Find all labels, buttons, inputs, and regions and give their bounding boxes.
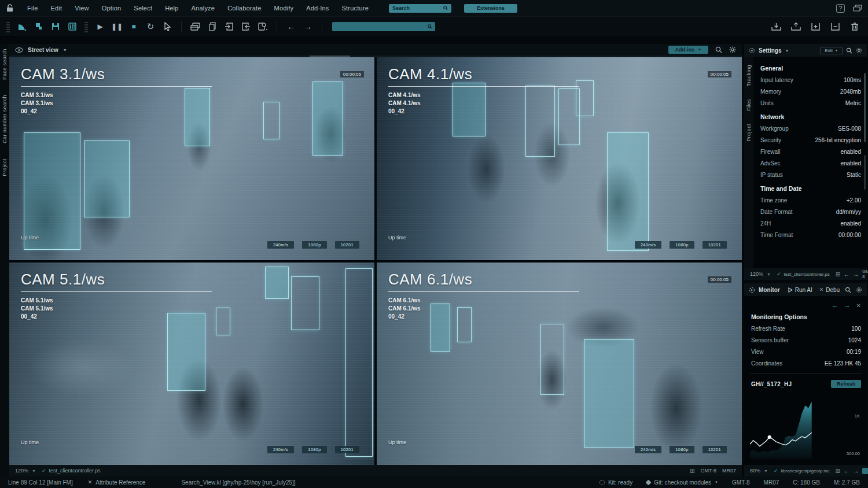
gear-icon[interactable] (856, 47, 862, 54)
active-file[interactable]: ✓ test_clientcontroller.ps (42, 468, 101, 474)
import-doc-icon[interactable] (223, 20, 236, 33)
tab-street-view[interactable]: Street view (28, 47, 58, 53)
monitor-row-sensors-buffer[interactable]: Sensors buffer1024 (750, 334, 862, 346)
export-doc-icon[interactable] (240, 20, 252, 33)
windows-icon[interactable] (853, 5, 862, 12)
menubar-search-input[interactable]: Search (389, 4, 451, 13)
settings-row-time-zone[interactable]: Time zone+2.00 (759, 194, 862, 206)
tracking-box[interactable] (540, 324, 564, 395)
monitor-row-coordinates[interactable]: CoordinatesEE 123 HK 45 (750, 357, 862, 369)
menu-item-add-ins[interactable]: Add-Ins (300, 5, 335, 12)
tracking-box[interactable] (584, 339, 634, 448)
chart-data-point[interactable] (768, 435, 771, 439)
forward-icon[interactable]: → (853, 468, 859, 474)
chevron-down-icon[interactable]: ▼ (63, 48, 67, 52)
tracking-box[interactable] (263, 102, 279, 139)
menu-item-analyze[interactable]: Analyze (185, 5, 222, 12)
save-icon[interactable] (49, 20, 62, 33)
attribute-reference[interactable]: ✕ Attribute Reference (88, 479, 146, 486)
history-doc-icon[interactable] (256, 20, 269, 33)
settings-row-units[interactable]: UnitsMetric (759, 97, 862, 109)
toolbar-grip[interactable] (84, 21, 88, 32)
menu-item-select[interactable]: Select (127, 5, 159, 12)
layers-tool-icon[interactable] (32, 20, 45, 33)
import-tray-icon[interactable] (770, 20, 782, 33)
action-chip[interactable] (862, 468, 868, 474)
chevron-down-icon[interactable]: ▼ (785, 49, 789, 53)
search-icon[interactable] (845, 287, 851, 293)
menu-item-modify[interactable]: Modify (268, 5, 300, 12)
close-icon[interactable]: ✕ (856, 302, 861, 309)
remove-frame-icon[interactable] (829, 20, 841, 33)
search-icon[interactable] (846, 47, 852, 54)
gear-icon[interactable] (856, 287, 862, 293)
menu-item-collaborate[interactable]: Collaborate (221, 5, 267, 12)
shape-tool-icon[interactable] (16, 20, 28, 33)
zoom-level[interactable]: 120%▼ (15, 468, 36, 474)
mixer-icon[interactable] (66, 20, 79, 33)
back-icon[interactable]: ← (832, 302, 838, 309)
back-icon[interactable]: ← (844, 468, 849, 474)
copy-pages-icon[interactable] (206, 20, 219, 33)
window-stack-icon[interactable] (189, 20, 202, 33)
transform-icon[interactable]: ↻ (144, 20, 157, 33)
tracking-box[interactable] (291, 276, 319, 330)
rail-project[interactable]: Project (2, 158, 8, 176)
pause-icon[interactable]: ❚❚ (111, 20, 123, 33)
toolbar-grip[interactable] (6, 21, 10, 32)
stop-icon[interactable]: ■ (127, 20, 140, 33)
play-icon[interactable]: ▶ (94, 20, 106, 33)
settings-row-input-latency[interactable]: Input latency100ms (759, 74, 862, 86)
settings-row-advsec[interactable]: AdvSecenabled (759, 157, 862, 169)
edit-button[interactable]: Edit▼ (820, 47, 843, 54)
zoom-level[interactable]: 120%▼ (750, 271, 771, 277)
tracking-box[interactable] (216, 308, 230, 335)
camera-feed-c5[interactable]: CAM 5.1/ws CAM 5.1/ws CAM 5.1/ws 00_42 U… (9, 263, 374, 465)
grid-icon[interactable]: ⊞ (690, 468, 694, 474)
camera-feed-c3[interactable]: CAM 3.1/ws CAM 3.1/ws CAM 3.1/ws 00_42 0… (9, 57, 374, 260)
zoom-level[interactable]: 80%▼ (750, 468, 768, 474)
camera-feed-c4[interactable]: CAM 4.1/ws CAM 4.1/ws CAM 4.1/ws 00_42 0… (377, 57, 742, 260)
camera-feed-c6[interactable]: CAM 6.1/ws CAM 6.1/ws CAM 6.1/ws 00_42 0… (377, 263, 742, 465)
settings-row-date-format[interactable]: Date Formatdd/mm/yy (759, 206, 862, 217)
menu-item-structure[interactable]: Structure (336, 5, 375, 12)
rail-face-search[interactable]: Face search (2, 49, 8, 80)
menu-item-view[interactable]: View (68, 5, 95, 12)
settings-row-time-format[interactable]: Time Format00:00:00 (759, 229, 862, 241)
monitor-row-view[interactable]: View00:19 (750, 346, 862, 357)
grid-icon[interactable]: ⊞ (836, 468, 840, 474)
menu-item-help[interactable]: Help (159, 5, 185, 12)
back-icon[interactable]: ← (285, 20, 297, 33)
addins-button[interactable]: Add-ins ▼ (668, 46, 708, 54)
settings-tab-files[interactable]: Files (746, 99, 752, 111)
tracking-box[interactable] (312, 82, 344, 156)
rail-car-number-search[interactable]: Car number search (2, 95, 8, 143)
active-file[interactable]: ✓ libraries/geoip/geoip.inc (774, 468, 830, 474)
back-icon[interactable]: ← (844, 271, 849, 278)
run-ai-button[interactable]: Run AI (788, 287, 812, 293)
toolbar-search-input[interactable] (332, 22, 435, 31)
settings-row-workgroup[interactable]: WorkgroupSES-008 (759, 123, 862, 134)
forward-icon[interactable]: → (301, 20, 314, 33)
extensions-button[interactable]: Extensions (464, 4, 517, 13)
grid-icon[interactable]: ⊞ (836, 271, 840, 278)
refresh-button[interactable]: Refresh (831, 380, 861, 388)
gear-icon[interactable] (729, 46, 736, 53)
git-status[interactable]: Git: checkout modules ▼ (646, 479, 718, 486)
menu-item-option[interactable]: Option (95, 5, 128, 12)
settings-row-memory[interactable]: Memory2048mb (759, 86, 862, 97)
vertical-scrollbar[interactable] (864, 73, 866, 142)
search-icon[interactable] (715, 46, 722, 53)
tracking-box[interactable] (84, 141, 130, 217)
cursor-tool-icon[interactable] (161, 20, 174, 33)
settings-row-24h[interactable]: 24Henabled (759, 217, 862, 229)
settings-row-ip-status[interactable]: IP statusStatic (759, 169, 862, 180)
settings-row-security[interactable]: Security256-bit encryption (759, 134, 862, 146)
vertical-scrollbar[interactable] (864, 155, 866, 190)
menu-item-file[interactable]: File (21, 5, 45, 12)
add-frame-icon[interactable] (809, 20, 822, 33)
export-tray-icon[interactable] (789, 20, 802, 33)
debug-button[interactable]: ✕ Debu (819, 287, 840, 293)
tracking-box[interactable] (345, 268, 373, 457)
forward-icon[interactable]: → (844, 302, 851, 309)
